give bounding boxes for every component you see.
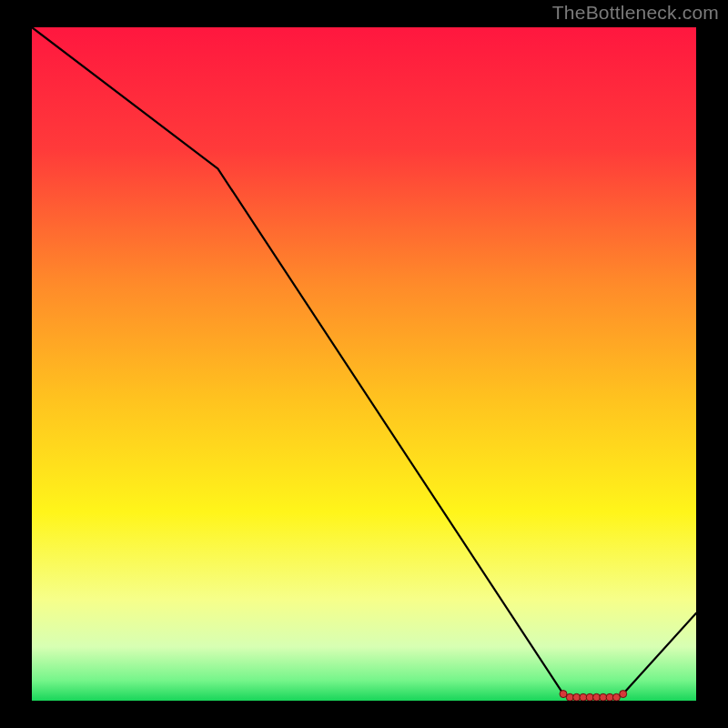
chart-canvas: TheBottleneck.com (0, 0, 728, 728)
chart-svg (32, 27, 696, 701)
plot-area (32, 27, 696, 701)
watermark-text: TheBottleneck.com (552, 2, 719, 24)
marker-dot (566, 693, 573, 701)
marker-dot (593, 693, 601, 701)
marker-dot (586, 693, 593, 701)
marker-dot (620, 691, 627, 698)
marker-dot (600, 693, 607, 701)
marker-dot (580, 693, 587, 701)
marker-dot (560, 691, 567, 698)
marker-dot (606, 693, 613, 701)
marker-dot (612, 693, 620, 701)
chart-background (32, 27, 696, 701)
marker-dot (573, 693, 581, 701)
